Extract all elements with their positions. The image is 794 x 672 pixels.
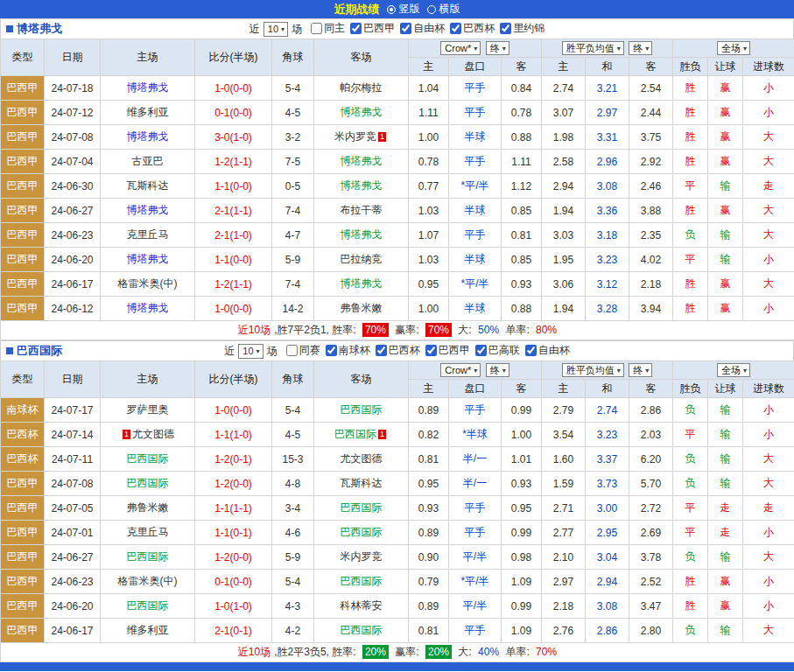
- home-team-name[interactable]: 博塔弗戈: [127, 253, 169, 265]
- away-team-name[interactable]: 米内罗竞: [341, 550, 383, 563]
- checkbox-input[interactable]: [500, 23, 511, 34]
- recent-count-select[interactable]: 10▾: [238, 344, 263, 359]
- filter-checkbox[interactable]: 同赛: [286, 343, 320, 358]
- filter-checkbox[interactable]: 巴西甲: [350, 21, 395, 36]
- away-team-name[interactable]: 米内罗竞: [334, 130, 376, 143]
- away-team-name[interactable]: 巴西国际: [341, 403, 383, 416]
- home-team-name[interactable]: 克里丘马: [127, 526, 169, 538]
- home-team-name[interactable]: 古亚巴: [132, 155, 164, 167]
- filter-checkbox[interactable]: 巴高联: [475, 343, 520, 358]
- home-team-name[interactable]: 尤文图德: [132, 428, 174, 440]
- result-goals: 小: [743, 101, 794, 125]
- layout-radio-vertical[interactable]: 竖版: [387, 2, 420, 17]
- filter-checkbox[interactable]: 自由杯: [400, 21, 445, 36]
- checkbox-input[interactable]: [350, 23, 362, 34]
- away-team-name[interactable]: 帕尔梅拉: [341, 81, 383, 94]
- avg-away-value: 2.92: [629, 150, 673, 174]
- odds-company-select[interactable]: Crow*▾: [440, 41, 481, 55]
- checkbox-input[interactable]: [475, 345, 487, 356]
- result-goals: 大: [743, 472, 794, 496]
- home-team-name[interactable]: 罗萨里奥: [127, 403, 169, 416]
- odds-final-select[interactable]: 终▾: [486, 41, 509, 55]
- home-team-name[interactable]: 巴西国际: [127, 452, 169, 465]
- away-team-name[interactable]: 博塔弗戈: [341, 277, 383, 290]
- filter-checkbox[interactable]: 巴西杯: [450, 21, 495, 36]
- score: 1-2(0-0): [195, 545, 272, 570]
- avg-type-select[interactable]: 胜平负均值▾: [562, 363, 624, 377]
- filter-checkbox[interactable]: 自由杯: [525, 343, 570, 358]
- scope-select[interactable]: 全场▾: [717, 41, 750, 55]
- odds-company-select[interactable]: Crow*▾: [440, 363, 481, 377]
- filter-checkbox[interactable]: 里约锦: [500, 21, 545, 36]
- handicap-value: 半球: [449, 248, 502, 272]
- checkbox-input[interactable]: [425, 345, 437, 356]
- home-team-name[interactable]: 弗鲁米嫩: [127, 501, 169, 514]
- checkbox-input[interactable]: [525, 345, 537, 356]
- home-team-name[interactable]: 巴西国际: [127, 550, 169, 563]
- home-team-name[interactable]: 瓦斯科达: [127, 179, 169, 192]
- away-team-name[interactable]: 巴西国际: [341, 624, 383, 636]
- handicap-value: 半球: [449, 297, 502, 321]
- checkbox-input[interactable]: [376, 345, 387, 356]
- checkbox-input[interactable]: [400, 23, 411, 34]
- recent-count-select[interactable]: 10▾: [263, 22, 288, 37]
- filter-checkbox[interactable]: 巴西杯: [376, 343, 420, 358]
- handicap-value: 平手: [449, 398, 502, 423]
- avg-home-value: 3.06: [542, 272, 586, 297]
- checkbox-input[interactable]: [311, 23, 322, 34]
- odds-away-value: 0.95: [502, 496, 542, 521]
- away-team-name[interactable]: 博塔弗戈: [341, 179, 383, 192]
- away-team-name[interactable]: 尤文图德: [341, 452, 383, 465]
- away-team-cell: 巴西国际: [314, 398, 409, 423]
- away-team-name[interactable]: 博塔弗戈: [341, 155, 383, 167]
- home-team-name[interactable]: 巴西国际: [127, 477, 169, 489]
- red-card-badge: 1: [123, 430, 130, 439]
- win-rate-badge: 20%: [362, 645, 389, 659]
- table-foot: 近10场,胜7平2负1, 胜率: 70% 赢率: 70% 大: 50% 单率: …: [1, 321, 794, 340]
- home-team-name[interactable]: 博塔弗戈: [127, 204, 169, 216]
- away-team-name[interactable]: 巴西国际: [341, 526, 383, 538]
- avg-type-select[interactable]: 胜平负均值▾: [562, 41, 624, 55]
- home-team-name[interactable]: 博塔弗戈: [127, 130, 169, 143]
- avg-final-select[interactable]: 终▾: [629, 363, 652, 377]
- radio-unselected-icon[interactable]: [427, 5, 436, 14]
- home-team-name[interactable]: 格雷米奥(中): [118, 575, 178, 587]
- away-team-name[interactable]: 巴西国际: [341, 501, 383, 514]
- checkbox-input[interactable]: [326, 345, 337, 356]
- avg-final-select[interactable]: 终▾: [629, 41, 652, 55]
- radio-selected-icon[interactable]: [387, 5, 396, 14]
- away-team-name[interactable]: 巴西国际: [334, 428, 376, 440]
- home-team-name[interactable]: 巴西国际: [127, 599, 169, 612]
- filter-checkbox[interactable]: 南球杯: [326, 343, 370, 358]
- away-team-cell: 博塔弗戈: [314, 272, 409, 297]
- checkbox-input[interactable]: [286, 345, 298, 356]
- team-name[interactable]: 巴西国际: [17, 343, 62, 359]
- avg-draw-value: 2.97: [586, 101, 629, 125]
- layout-radio-horizontal[interactable]: 横版: [427, 2, 460, 17]
- away-team-name[interactable]: 巴西国际: [341, 575, 383, 587]
- away-team-name[interactable]: 弗鲁米嫩: [341, 302, 383, 314]
- filter-checkbox[interactable]: 巴西甲: [425, 343, 470, 358]
- scope-select[interactable]: 全场▾: [717, 363, 750, 377]
- league-type: 巴西甲: [1, 545, 45, 570]
- away-team-name[interactable]: 科林蒂安: [341, 599, 383, 612]
- away-team-name[interactable]: 博塔弗戈: [341, 228, 383, 241]
- home-team-name[interactable]: 克里丘马: [127, 228, 169, 241]
- subcol-odds-away: 客: [502, 58, 542, 76]
- away-team-name[interactable]: 瓦斯科达: [341, 477, 383, 489]
- home-team-name[interactable]: 博塔弗戈: [127, 302, 169, 314]
- home-team-name[interactable]: 维多利亚: [127, 624, 169, 636]
- home-team-name[interactable]: 博塔弗戈: [127, 81, 169, 94]
- home-team-name[interactable]: 维多利亚: [127, 106, 169, 118]
- away-team-name[interactable]: 巴拉纳竞: [341, 253, 383, 265]
- home-team-cell: 1尤文图德: [101, 423, 195, 447]
- away-team-name[interactable]: 博塔弗戈: [341, 106, 383, 118]
- away-team-name[interactable]: 布拉干蒂: [341, 204, 383, 216]
- checkbox-input[interactable]: [450, 23, 461, 34]
- odds-home-value: 0.77: [409, 174, 449, 199]
- filter-checkbox[interactable]: 同主: [311, 21, 345, 36]
- team-name[interactable]: 博塔弗戈: [17, 21, 62, 37]
- away-team-cell: 弗鲁米嫩: [314, 297, 409, 321]
- home-team-name[interactable]: 格雷米奥(中): [118, 277, 178, 290]
- odds-final-select[interactable]: 终▾: [486, 363, 509, 377]
